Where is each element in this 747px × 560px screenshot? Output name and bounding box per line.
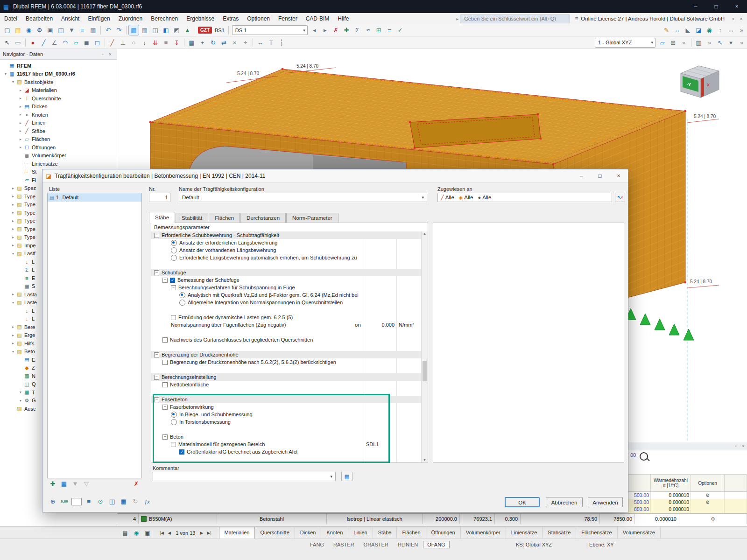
collapse-minus-icon[interactable]: −	[154, 375, 159, 380]
dialog-titlebar[interactable]: ◪ Tragfähigkeitskonfiguration bearbeiten…	[42, 169, 628, 183]
close-icon[interactable]: ×	[726, 0, 747, 13]
table-row[interactable]: 850.000.000010	[628, 506, 747, 513]
menu-optionen[interactable]: Optionen	[243, 14, 274, 24]
checkbox-checked[interactable]	[179, 449, 184, 455]
collapse-minus-icon[interactable]: −	[162, 278, 168, 283]
measure-icon[interactable]: ↔	[672, 25, 682, 35]
materials-table-row[interactable]: 4B550M(A)BetonstahlIsotrop | Linear elas…	[117, 513, 747, 524]
solid-tool-icon[interactable]: ◼	[82, 38, 92, 48]
tree-expander-icon[interactable]: ▾	[10, 350, 16, 354]
export-icon[interactable]: ▼	[67, 25, 77, 35]
view-iso-icon[interactable]: ◩	[172, 25, 182, 35]
table-cell[interactable]: 0.000010	[651, 492, 691, 499]
hinge-tool-icon[interactable]: ○	[129, 38, 139, 48]
chevron-down-icon[interactable]: ▾	[422, 195, 424, 200]
radio-unchecked[interactable]	[171, 247, 177, 253]
dlg-refresh-icon[interactable]: ↻	[131, 497, 140, 506]
member-tool-icon[interactable]: ╱	[107, 38, 117, 48]
list-apply-down-icon[interactable]: ▼	[70, 480, 81, 487]
table-tab-fl-chen[interactable]: Flächen	[397, 527, 426, 539]
checkbox-unchecked[interactable]	[171, 315, 176, 320]
mirror-tool-icon[interactable]: ⇄	[219, 38, 229, 48]
tree-expander-icon[interactable]: ▾	[10, 80, 16, 84]
menu-fenster[interactable]: Fenster	[274, 14, 302, 24]
chevron-down-icon[interactable]: ▾	[299, 28, 305, 33]
trim-tool-icon[interactable]: ×	[230, 38, 240, 48]
section-view-icon[interactable]: ◪	[694, 25, 704, 35]
tab-st-be[interactable]: Stäbe	[149, 212, 175, 223]
grid-view-icon[interactable]: ▦	[140, 25, 149, 35]
pointer-mode-icon[interactable]: ↖	[715, 38, 725, 48]
table-cell[interactable]: 500.00	[628, 492, 651, 499]
calculate-icon[interactable]: =	[385, 25, 395, 35]
tree-expander-icon[interactable]: ▸	[18, 145, 23, 149]
open-file-icon[interactable]: ▤	[13, 25, 23, 35]
tree-item-knoten[interactable]: ▸•Knoten	[0, 111, 117, 119]
menubar-close-icon[interactable]: ×	[737, 16, 745, 21]
tree-item-11617-fiber-dm-0300-rf6[interactable]: ▾▦11617 fiber DM_0300.rf6	[0, 70, 117, 78]
cancel-button[interactable]: Abbrechen	[546, 497, 583, 507]
copy-tool-icon[interactable]: ▦	[187, 38, 197, 48]
tree-expander-icon[interactable]: ▸	[10, 194, 16, 198]
tree-expander-icon[interactable]: ▸	[10, 325, 16, 329]
table-cell[interactable]: 0.300	[495, 514, 521, 524]
next-case-icon[interactable]: ▸	[320, 25, 330, 35]
move-tool-icon[interactable]: +	[197, 38, 207, 48]
tree-item-volumenk-rper[interactable]: ◼Volumenkörper	[0, 152, 117, 160]
tab-fl-chen[interactable]: Flächen	[209, 213, 240, 223]
cube-face-x[interactable]	[701, 77, 704, 98]
report-icon[interactable]: ≡	[78, 25, 87, 35]
tree-expander-icon[interactable]: ▸	[10, 341, 16, 345]
collapse-minus-icon[interactable]: −	[154, 233, 159, 238]
annotation-icon[interactable]: T	[266, 38, 276, 48]
tree-expander-icon[interactable]: ▸	[10, 235, 16, 239]
tree-expander-icon[interactable]: ▸	[10, 333, 16, 337]
params-scrollbar[interactable]: ▲ ▼	[421, 231, 428, 462]
table-cell[interactable]	[691, 506, 725, 513]
tree-expander-icon[interactable]: ▾	[10, 252, 16, 256]
tree-expander-icon[interactable]: ▸	[10, 186, 16, 190]
table-cell[interactable]: Betonstahl	[217, 514, 327, 524]
tree-item-fl-chen[interactable]: ▸▱Flächen	[0, 135, 117, 144]
dialog-close-icon[interactable]: ×	[609, 170, 628, 182]
menu-extras[interactable]: Extras	[218, 14, 243, 24]
kommentar-select[interactable]: ▾	[153, 472, 336, 481]
menu-hilfe[interactable]: Hilfe	[333, 14, 353, 24]
arc-tool-icon[interactable]: ◠	[60, 38, 70, 48]
redo-icon[interactable]: ↷	[114, 25, 124, 35]
tree-item-linien[interactable]: ▸╱Linien	[0, 119, 117, 127]
new-model-icon[interactable]: ▢	[2, 25, 12, 35]
pager-first-icon[interactable]: |◀	[158, 531, 166, 535]
add-case-icon[interactable]: ✚	[342, 25, 352, 35]
tree-expander-icon[interactable]: ▸	[10, 243, 16, 247]
table-cell[interactable]: 4	[117, 514, 139, 524]
menu-einf-gen[interactable]: Einfügen	[84, 14, 114, 24]
tree-expander-icon[interactable]: ▸	[18, 112, 23, 117]
coordinate-system-status[interactable]: KS: Global XYZ	[516, 542, 552, 547]
dialog-maximize-icon[interactable]: □	[591, 170, 609, 182]
ok-button[interactable]: OK	[505, 497, 540, 507]
columns-icon[interactable]: ▥	[694, 38, 704, 48]
license-list-icon[interactable]: ≡	[575, 15, 578, 22]
table-cell[interactable]: 76923.1	[460, 514, 495, 524]
nr-field[interactable]: 1	[149, 193, 170, 202]
table-cell[interactable]: 7850.00	[600, 514, 635, 524]
table-view-icon[interactable]: ▦	[129, 25, 139, 35]
snap-toggle-graster[interactable]: GRASTER	[359, 541, 393, 548]
collapse-minus-icon[interactable]: −	[154, 270, 159, 275]
table-tab-materialien[interactable]: Materialien	[219, 527, 255, 539]
toolbar2-more-1-icon[interactable]: »	[679, 38, 689, 48]
tree-item--ffnungen[interactable]: ▸◻Öffnungen	[0, 143, 117, 152]
collapse-minus-icon[interactable]: −	[154, 397, 159, 402]
save-icon[interactable]: ◫	[56, 25, 66, 35]
table-cell[interactable]: 0.000010	[651, 499, 691, 506]
ds-combo[interactable]: DS 1▾	[232, 25, 308, 35]
work-plane-icon[interactable]: ▱	[657, 38, 667, 48]
tree-item-liniens-tze[interactable]: ≡Liniensätze	[0, 160, 117, 168]
dlg-save-icon[interactable]: ◫	[107, 497, 117, 506]
table-tab--ffnungen[interactable]: Öffnungen	[426, 527, 461, 539]
combination-icon[interactable]: Σ	[352, 25, 362, 35]
select-box-icon[interactable]: ▭	[13, 38, 23, 48]
table-tab-liniens-tze[interactable]: Liniensätze	[506, 527, 543, 539]
value-cell[interactable]: SDL1	[364, 441, 396, 448]
